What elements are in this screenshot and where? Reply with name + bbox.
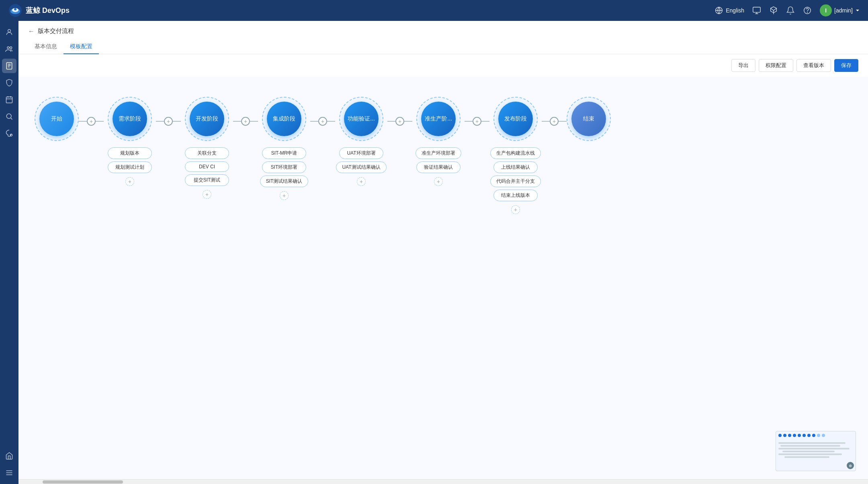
- task-2-0[interactable]: SIT-MR申请: [262, 147, 306, 159]
- sidebar: [0, 21, 18, 484]
- sidebar-item-hook[interactable]: [2, 126, 16, 141]
- svg-point-14: [10, 134, 12, 136]
- svg-point-7: [807, 12, 808, 12]
- user-label: [admin]: [834, 7, 853, 14]
- task-0-1[interactable]: 规划测试计划: [108, 161, 152, 173]
- add-stage-3[interactable]: +: [318, 117, 327, 126]
- svg-point-8: [8, 29, 11, 32]
- stage-tasks-release: 生产包构建流水线 上线结果确认 代码合并主干分支 结束上线版本 +: [489, 147, 542, 214]
- stage-requirements: 需求阶段 规划版本 规划测试计划 +: [104, 97, 156, 186]
- task-1-2[interactable]: 提交SIT测试: [185, 174, 229, 186]
- task-4-1[interactable]: 验证结果确认: [416, 161, 461, 173]
- sidebar-item-calendar[interactable]: [2, 92, 16, 107]
- add-task-development[interactable]: +: [203, 190, 211, 199]
- svg-point-10: [10, 47, 12, 49]
- language-selector[interactable]: English: [714, 6, 744, 15]
- stage-end: 结束: [567, 97, 611, 141]
- svg-point-9: [7, 47, 9, 49]
- stage-functional: 功能验证... UAT环境部署 UAT测试结果确认 +: [335, 97, 387, 186]
- add-stage-4[interactable]: +: [395, 117, 404, 126]
- stage-integration: 集成阶段 SIT-MR申请 SIT环境部署 SIT测试结果确认 +: [258, 97, 310, 200]
- task-2-2[interactable]: SIT测试结果确认: [260, 176, 309, 187]
- view-version-button[interactable]: 查看版本: [796, 59, 831, 72]
- monitor-icon[interactable]: [752, 6, 761, 15]
- permissions-button[interactable]: 权限配置: [759, 59, 793, 72]
- stage-circle-start[interactable]: 开始: [39, 102, 74, 136]
- svg-rect-12: [6, 97, 12, 103]
- sidebar-item-home[interactable]: [2, 449, 16, 463]
- add-stage-0[interactable]: +: [87, 117, 96, 126]
- task-3-0[interactable]: UAT环境部署: [339, 147, 383, 159]
- sidebar-item-security[interactable]: [2, 76, 16, 90]
- add-task-integration[interactable]: +: [280, 191, 289, 200]
- cube-icon[interactable]: [769, 6, 778, 15]
- add-task-functional[interactable]: +: [357, 177, 366, 186]
- task-2-1[interactable]: SIT环境部署: [262, 161, 306, 173]
- task-5-1[interactable]: 上线结果确认: [493, 161, 538, 173]
- stage-circle-requirements[interactable]: 需求阶段: [113, 102, 147, 136]
- minimap-dots: [776, 431, 856, 439]
- svg-rect-11: [6, 63, 12, 69]
- stage-circle-development[interactable]: 开发阶段: [190, 102, 224, 136]
- stage-preprod: 准生产阶... 准生产环境部署 验证结果确认 +: [412, 97, 465, 186]
- app-logo: 蓝鲸 DevOps: [8, 3, 70, 18]
- tab-basic[interactable]: 基本信息: [28, 40, 63, 54]
- add-stage-6[interactable]: +: [550, 117, 559, 126]
- main-content: ← 版本交付流程 基本信息 模板配置 导出 权限配置 查看版本 保存: [18, 21, 868, 484]
- task-3-1[interactable]: UAT测试结果确认: [336, 161, 386, 173]
- sidebar-item-menu[interactable]: [2, 466, 16, 480]
- topnav-actions: English I [admin]: [714, 4, 860, 16]
- scrollbar-thumb[interactable]: [43, 480, 123, 484]
- stage-circle-end[interactable]: 结束: [571, 102, 606, 136]
- task-4-0[interactable]: 准生产环境部署: [416, 147, 461, 159]
- connector-1: +: [156, 117, 181, 126]
- sidebar-item-group[interactable]: [2, 42, 16, 56]
- task-5-0[interactable]: 生产包构建流水线: [490, 147, 541, 159]
- stage-tasks-functional: UAT环境部署 UAT测试结果确认 +: [335, 147, 387, 186]
- chevron-down-icon: [855, 8, 860, 13]
- app-logo-text: 蓝鲸 DevOps: [26, 6, 70, 15]
- sidebar-item-user[interactable]: [2, 25, 16, 39]
- task-5-2[interactable]: 代码合并主干分支: [490, 176, 541, 187]
- connector-6: +: [542, 117, 567, 126]
- bell-icon[interactable]: [786, 6, 795, 15]
- connector-3: +: [310, 117, 335, 126]
- help-icon[interactable]: [803, 6, 812, 15]
- stage-circle-release[interactable]: 发布阶段: [498, 102, 533, 136]
- add-task-requirements[interactable]: +: [125, 177, 134, 186]
- breadcrumb: ← 版本交付流程: [28, 27, 858, 35]
- stage-tasks-integration: SIT-MR申请 SIT环境部署 SIT测试结果确认 +: [258, 147, 310, 200]
- toolbar: 导出 权限配置 查看版本 保存: [18, 54, 868, 77]
- flow-diagram: 开始 + 需求阶段: [35, 89, 852, 222]
- user-menu[interactable]: I [admin]: [820, 4, 860, 16]
- save-button[interactable]: 保存: [834, 59, 858, 72]
- stage-circle-preprod[interactable]: 准生产阶...: [421, 102, 456, 136]
- back-button[interactable]: ←: [28, 28, 35, 35]
- add-stage-1[interactable]: +: [164, 117, 173, 126]
- sidebar-bottom: [2, 449, 16, 484]
- sidebar-item-document[interactable]: [2, 59, 16, 73]
- scrollbar-area[interactable]: [18, 479, 868, 484]
- task-1-0[interactable]: 关联分支: [185, 147, 229, 159]
- export-button[interactable]: 导出: [731, 59, 755, 72]
- svg-point-13: [6, 114, 11, 118]
- add-task-release[interactable]: +: [511, 205, 520, 214]
- avatar: I: [820, 4, 832, 16]
- page-title: 版本交付流程: [38, 27, 74, 35]
- tab-template[interactable]: 模板配置: [63, 40, 99, 54]
- task-1-1[interactable]: DEV CI: [185, 161, 229, 172]
- minimap-zoom-button[interactable]: ⊕: [847, 462, 854, 469]
- task-5-3[interactable]: 结束上线版本: [493, 190, 538, 201]
- add-stage-5[interactable]: +: [473, 117, 481, 126]
- task-0-0[interactable]: 规划版本: [108, 147, 152, 159]
- stage-circle-integration[interactable]: 集成阶段: [267, 102, 301, 136]
- tabs: 基本信息 模板配置: [28, 40, 858, 54]
- add-stage-2[interactable]: +: [241, 117, 250, 126]
- minimap: ⊕: [776, 431, 856, 471]
- page-header: ← 版本交付流程 基本信息 模板配置: [18, 21, 868, 54]
- sidebar-item-search[interactable]: [2, 109, 16, 124]
- stage-development: 开发阶段 关联分支 DEV CI 提交SIT测试 +: [181, 97, 233, 199]
- stage-circle-functional[interactable]: 功能验证...: [344, 102, 379, 136]
- stage-start: 开始: [35, 97, 79, 141]
- add-task-preprod[interactable]: +: [434, 177, 443, 186]
